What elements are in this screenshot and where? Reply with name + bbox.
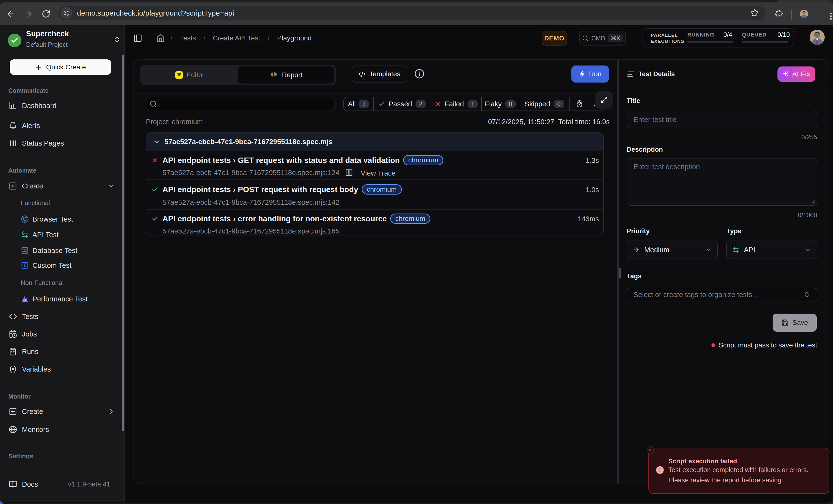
svg-text:k6: k6 bbox=[23, 299, 26, 302]
